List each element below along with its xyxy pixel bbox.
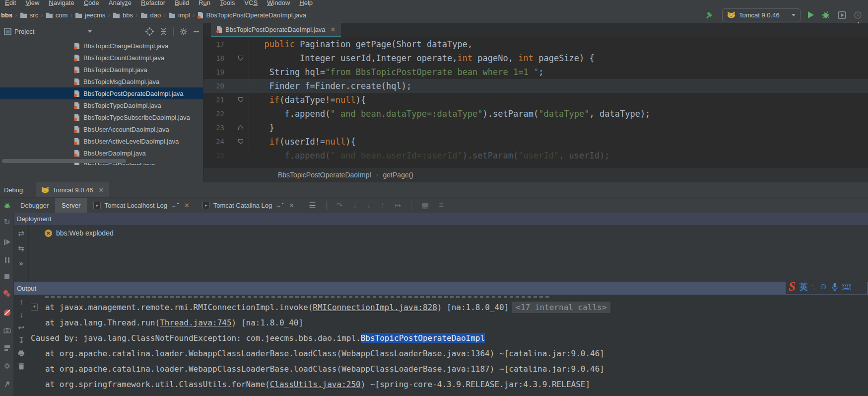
menu-item-refactor[interactable]: Refactor [141, 0, 165, 7]
menu-item-analyze[interactable]: Analyze [109, 0, 132, 7]
breadcrumb-folder-jeecms[interactable]: jeecms [75, 11, 105, 19]
redeploy-icon[interactable]: ⇆ [18, 244, 24, 253]
project-file[interactable]: BbsTopicDaoImpl.java [0, 64, 203, 76]
step-over-icon[interactable]: ↷ [336, 201, 343, 210]
print-icon[interactable] [18, 350, 25, 357]
menu-item-code[interactable]: Code [84, 0, 99, 7]
output-console[interactable]: ↑ ↓ ↩ ↧ + at javax.management.remot [14, 295, 868, 396]
hide-panel-icon[interactable] [194, 31, 199, 32]
deployment-item[interactable]: ✕ bbs:Web exploded [45, 229, 114, 237]
fold-marker-icon[interactable] [232, 93, 249, 107]
menu-item-view[interactable]: View [25, 0, 39, 7]
ime-punctuation-toggle[interactable]: ’, [812, 283, 815, 291]
gear-icon[interactable] [180, 28, 188, 36]
run-button[interactable] [808, 11, 814, 18]
editor-tab-active[interactable]: BbsTopicPostOperateDaoImpl.java ✕ [211, 23, 341, 37]
stacktrace-link[interactable]: RMIConnectionImpl.java:828 [313, 303, 437, 312]
project-file[interactable]: BbsTopicTypeDaoImpl.java [0, 99, 203, 111]
breadcrumb-root[interactable]: bbs [1, 11, 12, 19]
breadcrumb-folder-com[interactable]: com [46, 11, 68, 19]
restore-layout-icon[interactable] [0, 345, 14, 351]
resume-icon[interactable] [0, 239, 14, 245]
microphone-icon[interactable] [832, 283, 838, 291]
evaluate-expression-icon[interactable]: ▦ [421, 201, 429, 210]
folded-calls-badge[interactable]: <17 internal calls> [512, 302, 610, 313]
code-area[interactable]: 17 public Pagination getPage(Short dataT… [203, 37, 868, 167]
fold-marker-icon[interactable] [232, 121, 249, 135]
menu-item-edit[interactable]: Edit [5, 0, 16, 7]
menu-item-navigate[interactable]: Navigate [49, 0, 74, 7]
pause-icon[interactable] [0, 257, 14, 263]
project-file[interactable]: BbsUserActiveLevelDaoImpl.java [0, 135, 203, 147]
run-configuration-selector[interactable]: Tomcat 9.0.46 [722, 8, 801, 21]
stop-icon[interactable] [0, 274, 14, 279]
breadcrumb-folder-bbs[interactable]: bbs [113, 11, 133, 19]
locate-file-icon[interactable] [145, 27, 154, 36]
project-file[interactable]: BbsUserDaoImpl.java [0, 147, 203, 159]
build-hammer-icon[interactable] [705, 10, 715, 20]
breadcrumb-folder-dao[interactable]: dao [140, 11, 161, 19]
run-with-coverage-button[interactable] [838, 11, 846, 19]
project-file[interactable]: BbsTopicCountDaoImpl.java [0, 52, 203, 64]
keyboard-icon[interactable] [842, 284, 851, 290]
menu-item-vcs[interactable]: VCS [244, 0, 258, 7]
scroll-to-end-icon[interactable]: ↧ [18, 337, 24, 344]
stacktrace-link[interactable]: ClassUtils.java:250 [270, 380, 361, 389]
soft-wrap-icon[interactable]: ↩ [18, 324, 24, 331]
close-icon[interactable]: ✕ [289, 202, 294, 209]
output-section-header[interactable]: Output [14, 282, 868, 295]
close-icon[interactable]: ✕ [331, 26, 336, 33]
rerun-icon[interactable]: ↻ [0, 219, 14, 226]
step-out-icon[interactable]: ↑ [381, 201, 385, 210]
next-occurrence-icon[interactable]: ↓ [19, 312, 23, 318]
debug-session-tab[interactable]: Tomcat 9.0.46 ✕ [36, 182, 110, 197]
emoji-picker-icon[interactable]: ☺ [819, 282, 827, 292]
console-fold-expand-icon[interactable]: + [31, 304, 38, 311]
fold-marker-icon[interactable] [232, 135, 249, 149]
project-panel-title[interactable]: Project [14, 28, 34, 35]
close-icon[interactable]: ✕ [99, 186, 104, 194]
more-actions-icon[interactable]: » [19, 259, 23, 267]
mute-breakpoints-icon[interactable] [0, 310, 14, 316]
thread-dump-camera-icon[interactable] [0, 327, 14, 333]
breadcrumb-file[interactable]: BbsTopicPostOperateDaoImpl.java [197, 11, 306, 19]
breadcrumb-class[interactable]: BbsTopicPostOperateDaoImpl [278, 171, 371, 179]
sogou-logo-icon[interactable]: S [789, 280, 796, 293]
close-icon[interactable]: ✕ [184, 202, 190, 209]
layout-menu-icon[interactable]: ☰ [309, 201, 316, 210]
fold-marker-icon[interactable] [232, 51, 249, 65]
run-to-cursor-icon[interactable]: ↦ [395, 201, 401, 210]
project-file[interactable]: BbsUserAccountDaoImpl.java [0, 123, 203, 135]
debug-button[interactable] [821, 10, 830, 19]
prev-occurrence-icon[interactable]: ↑ [19, 299, 23, 306]
view-breakpoints-icon[interactable] [0, 290, 14, 298]
breadcrumb-folder-src[interactable]: src [20, 11, 38, 19]
breadcrumb-method[interactable]: getPage() [383, 171, 413, 179]
stacktrace-link[interactable]: Thread.java:745 [160, 318, 232, 327]
deployment-section-header[interactable]: Deployment [14, 213, 868, 225]
settings-lines-icon[interactable]: ≡ [439, 201, 443, 210]
ime-language-toggle[interactable]: 英 [800, 281, 808, 293]
tab-debugger[interactable]: Debugger [14, 198, 55, 213]
deploy-all-icon[interactable]: ⇄ [18, 229, 24, 238]
force-step-into-icon[interactable]: ↓ [367, 201, 371, 210]
step-into-icon[interactable]: ↓ [353, 201, 357, 210]
tab-tomcat-catalina-log[interactable]: ▸ Tomcat Catalina Log → ✕ [196, 198, 301, 213]
menu-item-run[interactable]: Run [199, 0, 210, 7]
profiler-button[interactable] [854, 11, 862, 19]
project-file[interactable]: BbsTopicMsgDaoImpl.java [0, 76, 203, 87]
menu-item-window[interactable]: Window [267, 0, 290, 7]
project-file[interactable]: BbsTopicChargeDaoImpl.java [0, 40, 203, 52]
breadcrumb-folder-impl[interactable]: impl [168, 11, 190, 19]
menu-item-help[interactable]: Help [299, 0, 313, 7]
menu-item-build[interactable]: Build [175, 0, 189, 7]
menu-item-tools[interactable]: Tools [220, 0, 235, 7]
clear-console-trash-icon[interactable] [18, 363, 24, 370]
project-file[interactable]: BbsTopicPostOperateDaoImpl.java [0, 87, 203, 99]
chevron-down-icon[interactable] [88, 30, 92, 33]
horizontal-scrollbar[interactable] [2, 159, 126, 163]
pin-icon[interactable] [0, 381, 14, 388]
collapse-all-icon[interactable] [160, 28, 167, 35]
project-file[interactable]: BbsTopicTypeSubscribeDaoImpl.java [0, 111, 203, 123]
tab-tomcat-localhost-log[interactable]: ▸ Tomcat Localhost Log → ✕ [87, 198, 196, 213]
